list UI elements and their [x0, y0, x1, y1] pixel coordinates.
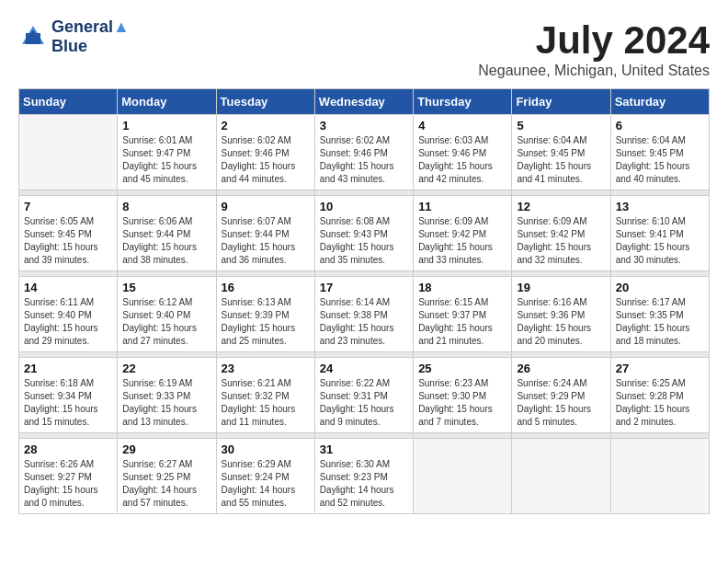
calendar-cell [610, 439, 709, 514]
calendar-cell: 1Sunrise: 6:01 AMSunset: 9:47 PMDaylight… [118, 115, 216, 190]
day-number: 8 [122, 200, 210, 213]
day-number: 20 [616, 281, 704, 294]
calendar-cell [19, 115, 118, 190]
calendar-cell: 29Sunrise: 6:27 AMSunset: 9:25 PMDayligh… [118, 439, 216, 514]
svg-rect-2 [26, 33, 40, 44]
day-number: 18 [418, 281, 506, 294]
day-info: Sunrise: 6:26 AMSunset: 9:27 PMDaylight:… [24, 458, 112, 510]
calendar-cell: 15Sunrise: 6:12 AMSunset: 9:40 PMDayligh… [118, 277, 216, 352]
day-info: Sunrise: 6:06 AMSunset: 9:44 PMDaylight:… [122, 215, 210, 267]
day-info: Sunrise: 6:07 AMSunset: 9:44 PMDaylight:… [222, 215, 310, 267]
calendar-table: SundayMondayTuesdayWednesdayThursdayFrid… [18, 88, 710, 514]
calendar-cell: 24Sunrise: 6:22 AMSunset: 9:31 PMDayligh… [314, 358, 413, 433]
header-thursday: Thursday [414, 89, 512, 115]
day-info: Sunrise: 6:08 AMSunset: 9:43 PMDaylight:… [320, 215, 408, 267]
day-number: 14 [24, 281, 112, 294]
day-info: Sunrise: 6:29 AMSunset: 9:24 PMDaylight:… [222, 458, 310, 510]
day-number: 11 [418, 200, 506, 213]
day-info: Sunrise: 6:10 AMSunset: 9:41 PMDaylight:… [616, 215, 704, 267]
calendar-cell: 9Sunrise: 6:07 AMSunset: 9:44 PMDaylight… [216, 196, 314, 271]
day-info: Sunrise: 6:24 AMSunset: 9:29 PMDaylight:… [517, 377, 605, 429]
day-info: Sunrise: 6:03 AMSunset: 9:46 PMDaylight:… [418, 134, 506, 186]
calendar-cell: 20Sunrise: 6:17 AMSunset: 9:35 PMDayligh… [610, 277, 709, 352]
header-monday: Monday [118, 89, 216, 115]
day-info: Sunrise: 6:22 AMSunset: 9:31 PMDaylight:… [320, 377, 408, 429]
day-info: Sunrise: 6:02 AMSunset: 9:46 PMDaylight:… [320, 134, 408, 186]
location-subtitle: Negaunee, Michigan, United States [478, 63, 710, 79]
header-wednesday: Wednesday [314, 89, 413, 115]
day-number: 24 [320, 362, 408, 375]
day-number: 25 [418, 362, 506, 375]
day-info: Sunrise: 6:16 AMSunset: 9:36 PMDaylight:… [517, 296, 605, 348]
calendar-cell: 12Sunrise: 6:09 AMSunset: 9:42 PMDayligh… [512, 196, 610, 271]
day-info: Sunrise: 6:25 AMSunset: 9:28 PMDaylight:… [616, 377, 704, 429]
day-info: Sunrise: 6:27 AMSunset: 9:25 PMDaylight:… [122, 458, 210, 510]
day-info: Sunrise: 6:21 AMSunset: 9:32 PMDaylight:… [222, 377, 310, 429]
day-info: Sunrise: 6:17 AMSunset: 9:35 PMDaylight:… [616, 296, 704, 348]
day-info: Sunrise: 6:11 AMSunset: 9:40 PMDaylight:… [24, 296, 112, 348]
day-number: 27 [616, 362, 704, 375]
day-info: Sunrise: 6:12 AMSunset: 9:40 PMDaylight:… [122, 296, 210, 348]
calendar-cell: 3Sunrise: 6:02 AMSunset: 9:46 PMDaylight… [314, 115, 413, 190]
title-area: July 2024 Negaunee, Michigan, United Sta… [478, 18, 710, 79]
calendar-cell: 10Sunrise: 6:08 AMSunset: 9:43 PMDayligh… [314, 196, 413, 271]
day-number: 9 [222, 200, 310, 213]
day-number: 5 [517, 119, 605, 132]
calendar-week-3: 14Sunrise: 6:11 AMSunset: 9:40 PMDayligh… [19, 277, 710, 352]
header-friday: Friday [512, 89, 610, 115]
month-year-title: July 2024 [478, 18, 710, 63]
day-number: 10 [320, 200, 408, 213]
calendar-cell: 27Sunrise: 6:25 AMSunset: 9:28 PMDayligh… [610, 358, 709, 433]
day-info: Sunrise: 6:15 AMSunset: 9:37 PMDaylight:… [418, 296, 506, 348]
day-info: Sunrise: 6:02 AMSunset: 9:46 PMDaylight:… [222, 134, 310, 186]
calendar-cell: 5Sunrise: 6:04 AMSunset: 9:45 PMDaylight… [512, 115, 610, 190]
day-info: Sunrise: 6:30 AMSunset: 9:23 PMDaylight:… [320, 458, 408, 510]
calendar-cell: 25Sunrise: 6:23 AMSunset: 9:30 PMDayligh… [414, 358, 512, 433]
calendar-cell: 11Sunrise: 6:09 AMSunset: 9:42 PMDayligh… [414, 196, 512, 271]
day-number: 21 [24, 362, 112, 375]
day-info: Sunrise: 6:14 AMSunset: 9:38 PMDaylight:… [320, 296, 408, 348]
calendar-cell: 22Sunrise: 6:19 AMSunset: 9:33 PMDayligh… [118, 358, 216, 433]
calendar-cell: 30Sunrise: 6:29 AMSunset: 9:24 PMDayligh… [216, 439, 314, 514]
calendar-cell: 4Sunrise: 6:03 AMSunset: 9:46 PMDaylight… [414, 115, 512, 190]
calendar-header-row: SundayMondayTuesdayWednesdayThursdayFrid… [19, 89, 710, 115]
day-info: Sunrise: 6:18 AMSunset: 9:34 PMDaylight:… [24, 377, 112, 429]
day-number: 30 [222, 442, 310, 456]
calendar-cell: 31Sunrise: 6:30 AMSunset: 9:23 PMDayligh… [314, 439, 413, 514]
calendar-week-4: 21Sunrise: 6:18 AMSunset: 9:34 PMDayligh… [19, 358, 710, 433]
day-number: 19 [517, 281, 605, 294]
day-info: Sunrise: 6:05 AMSunset: 9:45 PMDaylight:… [24, 215, 112, 267]
calendar-week-1: 1Sunrise: 6:01 AMSunset: 9:47 PMDaylight… [19, 115, 710, 190]
day-number: 12 [517, 200, 605, 213]
calendar-week-5: 28Sunrise: 6:26 AMSunset: 9:27 PMDayligh… [19, 439, 710, 514]
day-info: Sunrise: 6:13 AMSunset: 9:39 PMDaylight:… [222, 296, 310, 348]
header: General▲ Blue July 2024 Negaunee, Michig… [18, 18, 710, 79]
calendar-cell: 28Sunrise: 6:26 AMSunset: 9:27 PMDayligh… [19, 439, 118, 514]
calendar-cell [512, 439, 610, 514]
day-number: 15 [122, 281, 210, 294]
day-info: Sunrise: 6:09 AMSunset: 9:42 PMDaylight:… [517, 215, 605, 267]
day-number: 23 [222, 362, 310, 375]
day-number: 3 [320, 119, 408, 132]
calendar-cell: 18Sunrise: 6:15 AMSunset: 9:37 PMDayligh… [414, 277, 512, 352]
calendar-cell: 6Sunrise: 6:04 AMSunset: 9:45 PMDaylight… [610, 115, 709, 190]
calendar-cell [414, 439, 512, 514]
day-number: 22 [122, 362, 210, 375]
day-number: 29 [122, 442, 210, 456]
day-number: 1 [122, 119, 210, 132]
day-info: Sunrise: 6:09 AMSunset: 9:42 PMDaylight:… [418, 215, 506, 267]
day-info: Sunrise: 6:01 AMSunset: 9:47 PMDaylight:… [122, 134, 210, 186]
day-number: 28 [24, 442, 112, 456]
calendar-cell: 14Sunrise: 6:11 AMSunset: 9:40 PMDayligh… [19, 277, 118, 352]
day-number: 26 [517, 362, 605, 375]
logo-text: General▲ Blue [51, 18, 130, 56]
day-number: 16 [222, 281, 310, 294]
calendar-cell: 2Sunrise: 6:02 AMSunset: 9:46 PMDaylight… [216, 115, 314, 190]
day-info: Sunrise: 6:19 AMSunset: 9:33 PMDaylight:… [122, 377, 210, 429]
day-number: 31 [320, 442, 408, 456]
day-number: 7 [24, 200, 112, 213]
day-info: Sunrise: 6:23 AMSunset: 9:30 PMDaylight:… [418, 377, 506, 429]
day-number: 6 [616, 119, 704, 132]
calendar-cell: 19Sunrise: 6:16 AMSunset: 9:36 PMDayligh… [512, 277, 610, 352]
calendar-week-2: 7Sunrise: 6:05 AMSunset: 9:45 PMDaylight… [19, 196, 710, 271]
